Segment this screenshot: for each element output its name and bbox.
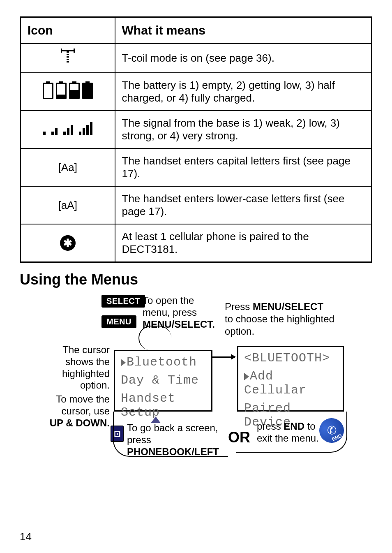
battery-icon-set [43, 83, 93, 99]
screen1-line1: Bluetooth [121, 355, 205, 369]
battery-low-icon [56, 83, 67, 99]
signal-weak-icon [43, 132, 46, 135]
screen2-line2: Add Cellular [244, 369, 337, 397]
open-menu-text: To open the menu, press [143, 295, 197, 318]
menu-key-label: MENU [101, 315, 136, 328]
screen2-line1: <BLUETOOTH> [244, 351, 337, 365]
signal-very-strong-icon [79, 122, 92, 135]
tcoil-icon [21, 44, 115, 73]
aA-icon: [aA] [21, 186, 115, 224]
bluetooth-desc: At least 1 cellular phone is paired to t… [115, 224, 372, 262]
move-cursor-bold: UP & DOWN. [50, 417, 110, 428]
header-means: What it means [115, 17, 372, 44]
press-select-pre: Press [225, 301, 250, 312]
menu-diagram: SELECT MENU To open the menu, press MENU… [44, 295, 348, 492]
signal-low-icon [51, 128, 58, 135]
using-menus-heading: Using the Menus [20, 271, 372, 288]
arrow-right-icon [212, 356, 235, 358]
table-row: The signal from the base is 1) weak, 2) … [21, 111, 372, 148]
select-key-label: SELECT [101, 295, 145, 308]
icon-meaning-table: Icon What it means T-coil mode is on (se… [20, 16, 372, 263]
battery-half-icon [69, 83, 80, 99]
signal-icon-set [43, 122, 92, 135]
page-number: 14 [20, 530, 32, 543]
header-icon: Icon [21, 17, 115, 44]
connector-line-right [236, 412, 347, 453]
cursor-icon [244, 373, 249, 380]
connector-line-left [113, 412, 228, 457]
table-header-row: Icon What it means [21, 17, 372, 44]
table-row: [aA] The handset enters lower-case lette… [21, 186, 372, 224]
battery-empty-icon [43, 83, 53, 99]
battery-full-icon [82, 83, 93, 99]
screen-right: <BLUETOOTH> Add Cellular Paired Device [237, 346, 344, 412]
screen1-line2: Day & Time [121, 373, 205, 387]
signal-icons [21, 111, 115, 148]
tcoil-desc: T-coil mode is on (see page 36). [115, 44, 372, 73]
bluetooth-icon: ✱ [60, 235, 76, 251]
cursor-explainer-text: The cursor shows the highlighted option. [62, 344, 110, 391]
signal-strong-icon [63, 125, 73, 135]
table-row: The battery is 1) empty, 2) getting low,… [21, 73, 372, 111]
table-row: [Aa] The handset enters capital letters … [21, 148, 372, 186]
cursor-icon [121, 359, 126, 366]
screen-left: Bluetooth Day & Time Handset Setup [114, 350, 212, 412]
press-select-post: to choose the highlighted option. [225, 313, 334, 337]
antenna-icon [62, 50, 74, 64]
signal-desc: The signal from the base is 1) weak, 2) … [115, 111, 372, 148]
Aa-icon: [Aa] [21, 148, 115, 186]
aA-desc: The handset enters lower-case letters fi… [115, 186, 372, 224]
connector-line-top [138, 326, 171, 350]
move-cursor-text: To move the cursor, use [56, 393, 110, 416]
battery-desc: The battery is 1) empty, 2) getting low,… [115, 73, 372, 111]
press-select-bold: MENU/SELECT [253, 301, 323, 312]
battery-icons [21, 73, 115, 111]
Aa-desc: The handset enters capital letters first… [115, 148, 372, 186]
bluetooth-icon-cell: ✱ [21, 224, 115, 262]
table-row: ✱ At least 1 cellular phone is paired to… [21, 224, 372, 262]
table-row: T-coil mode is on (see page 36). [21, 44, 372, 73]
